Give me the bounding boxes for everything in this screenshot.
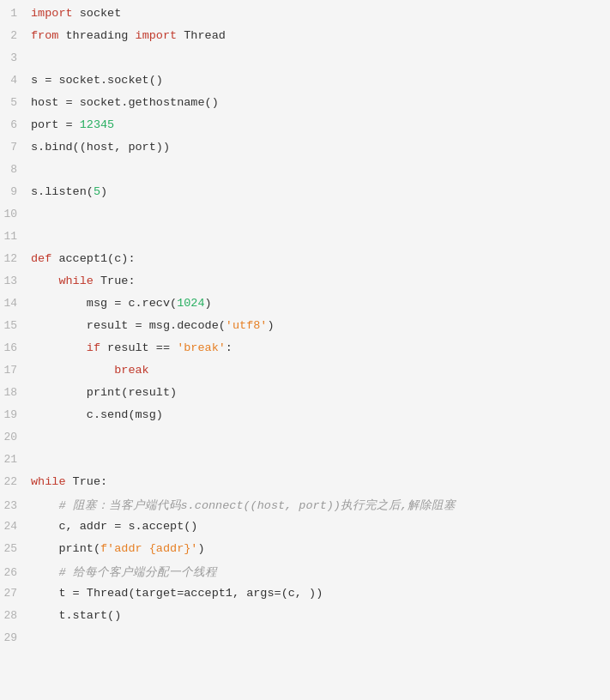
token-plain: socket <box>73 7 122 20</box>
line-number: 4 <box>0 74 31 87</box>
line-number: 12 <box>0 252 31 265</box>
line-content: s = socket.socket() <box>31 74 610 87</box>
line-content: # 阻塞：当客户端代码s.connect((host, port))执行完之后,… <box>31 498 610 513</box>
token-plain: True: <box>66 475 108 488</box>
code-line: 7s.bind((host, port)) <box>0 141 610 163</box>
line-number: 15 <box>0 319 31 332</box>
token-plain: host = socket.gethostname() <box>31 96 219 109</box>
token-plain: print( <box>31 542 100 555</box>
token-kw: if <box>87 341 100 354</box>
line-number: 13 <box>0 275 31 287</box>
line-number: 8 <box>0 163 31 176</box>
line-number: 28 <box>0 609 31 622</box>
line-number: 2 <box>0 29 31 42</box>
code-line: 3 <box>0 51 610 74</box>
line-content: c, addr = s.accept() <box>31 520 610 533</box>
token-plain: ) <box>267 319 274 332</box>
line-number: 27 <box>0 587 31 600</box>
line-content <box>31 431 610 444</box>
code-line: 17 break <box>0 364 610 386</box>
token-plain: ) <box>197 542 204 555</box>
line-number: 9 <box>0 185 31 198</box>
line-content: def accept1(c): <box>31 252 610 265</box>
code-line: 11 <box>0 230 610 252</box>
line-number: 17 <box>0 364 31 377</box>
line-number: 20 <box>0 431 31 444</box>
line-number: 24 <box>0 520 31 533</box>
code-editor: 1import socket2from threading import Thr… <box>0 0 610 700</box>
token-plain: result == <box>100 341 177 354</box>
token-plain: s.listen( <box>31 185 94 198</box>
line-content: port = 12345 <box>31 118 610 131</box>
line-number: 19 <box>0 408 31 421</box>
line-number: 10 <box>0 208 31 220</box>
token-plain: result = msg.decode( <box>31 319 226 332</box>
token-kw: break <box>114 364 149 377</box>
token-plain: True: <box>94 275 136 287</box>
line-content: host = socket.gethostname() <box>31 96 610 109</box>
token-kw: while <box>58 275 94 287</box>
line-number: 16 <box>0 341 31 354</box>
code-line: 19 c.send(msg) <box>0 408 610 431</box>
line-content: print(f'addr {addr}') <box>31 542 610 555</box>
token-kw: while <box>31 475 66 488</box>
code-line: 2from threading import Thread <box>0 29 610 51</box>
token-num: 12345 <box>80 118 115 131</box>
token-plain <box>31 341 87 354</box>
line-content: while True: <box>31 475 610 488</box>
code-line: 10 <box>0 208 610 230</box>
code-line: 15 result = msg.decode('utf8') <box>0 319 610 341</box>
line-content: print(result) <box>31 386 610 399</box>
line-number: 7 <box>0 141 31 154</box>
code-line: 28 t.start() <box>0 609 610 631</box>
token-num: 5 <box>94 185 100 198</box>
token-plain: s.bind((host, port)) <box>31 141 170 154</box>
line-number: 14 <box>0 297 31 310</box>
line-content <box>31 631 610 644</box>
line-number: 25 <box>0 542 31 555</box>
line-content: # 给每个客户端分配一个线程 <box>31 564 610 580</box>
token-str: 'break' <box>177 341 226 354</box>
line-content: result = msg.decode('utf8') <box>31 319 610 332</box>
token-str: 'utf8' <box>226 319 268 332</box>
line-number: 11 <box>0 230 31 243</box>
token-kw: def <box>31 252 51 265</box>
line-content: s.listen(5) <box>31 185 610 198</box>
line-content <box>31 208 610 220</box>
token-plain: t.start() <box>31 609 121 622</box>
token-plain <box>31 364 114 377</box>
line-content: c.send(msg) <box>31 408 610 421</box>
line-number: 26 <box>0 566 31 579</box>
code-line: 5host = socket.gethostname() <box>0 96 610 118</box>
code-line: 24 c, addr = s.accept() <box>0 520 610 542</box>
code-line: 9s.listen(5) <box>0 185 610 208</box>
line-content: s.bind((host, port)) <box>31 141 610 154</box>
line-content: msg = c.recv(1024) <box>31 297 610 310</box>
token-num: 1024 <box>177 297 204 310</box>
code-line: 12def accept1(c): <box>0 252 610 275</box>
code-line: 13 while True: <box>0 275 610 297</box>
token-plain: threading <box>58 29 135 42</box>
line-number: 6 <box>0 118 31 131</box>
line-number: 1 <box>0 7 31 20</box>
code-line: 23 # 阻塞：当客户端代码s.connect((host, port))执行完… <box>0 498 610 520</box>
line-number: 22 <box>0 475 31 488</box>
line-content: break <box>31 364 610 377</box>
line-content <box>31 163 610 176</box>
line-content <box>31 230 610 243</box>
code-line: 14 msg = c.recv(1024) <box>0 297 610 319</box>
token-plain: print(result) <box>31 386 177 399</box>
code-line: 22while True: <box>0 475 610 498</box>
token-plain: accept1(c): <box>51 252 135 265</box>
code-line: 25 print(f'addr {addr}') <box>0 542 610 564</box>
token-plain: c, addr = s.accept() <box>31 520 197 533</box>
line-number: 21 <box>0 453 31 466</box>
line-number: 5 <box>0 96 31 109</box>
line-content: import socket <box>31 7 610 20</box>
code-line: 27 t = Thread(target=accept1, args=(c, )… <box>0 587 610 609</box>
token-kw: from <box>31 29 58 42</box>
token-plain: t = Thread(target=accept1, args=(c, )) <box>31 587 323 600</box>
code-line: 18 print(result) <box>0 386 610 408</box>
token-fstr: f'addr {addr}' <box>100 542 197 555</box>
code-line: 1import socket <box>0 7 610 29</box>
